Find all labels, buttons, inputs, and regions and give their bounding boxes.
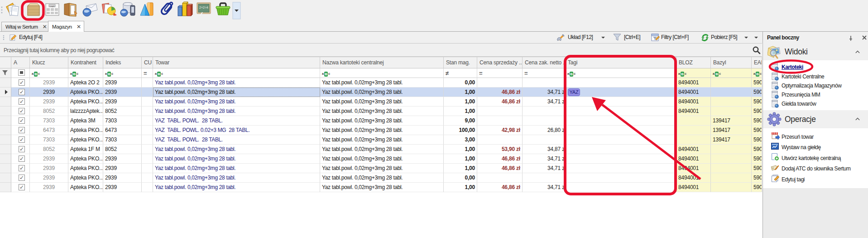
svg-text:Linghi: Linghi [50,5,55,7]
svg-text:2+2=4: 2+2=4 [199,6,208,9]
